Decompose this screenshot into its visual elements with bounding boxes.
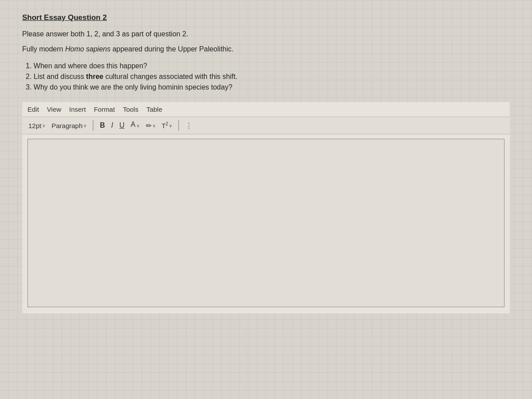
bold-icon: B [100, 121, 105, 129]
highlight-chevron: ∨ [153, 123, 156, 128]
intro-text: Fully modern Homo sapiens appeared durin… [22, 45, 510, 53]
page-container: Short Essay Question 2 Please answer bot… [22, 13, 510, 313]
intro-italic: Homo sapiens [65, 45, 110, 53]
editor-toolbar: 12pt ∨ Paragraph ∨ B I U A ∨ ✏ [22, 117, 510, 134]
menu-edit[interactable]: Edit [27, 106, 39, 113]
q3-number: 3. [26, 83, 31, 91]
highlight-icon: ✏ [146, 121, 152, 130]
list-item: 2. List and discuss three cultural chang… [26, 73, 510, 81]
intro-prefix: Fully modern [22, 45, 65, 53]
editor-menubar: Edit View Insert Format Tools Table [22, 102, 510, 117]
q1-text: When and where does this happen? [31, 62, 147, 70]
list-item: 1. When and where does this happen? [26, 62, 510, 70]
questions-list: 1. When and where does this happen? 2. L… [22, 62, 510, 91]
underline-icon: U [119, 121, 125, 129]
italic-icon: I [111, 121, 113, 129]
font-color-button[interactable]: A ∨ [129, 120, 141, 131]
more-options-icon: ⋮ [185, 121, 193, 130]
q2-number: 2. [26, 73, 31, 80]
highlight-button[interactable]: ✏ ∨ [144, 121, 157, 131]
paragraph-style-selector[interactable]: Paragraph ∨ [50, 121, 88, 130]
q2-prefix: List and discuss [31, 73, 86, 80]
q1-number: 1. [26, 62, 31, 70]
font-color-chevron: ∨ [137, 123, 140, 128]
font-size-chevron: ∨ [42, 123, 45, 128]
text-area-wrapper [22, 134, 510, 313]
menu-insert[interactable]: Insert [69, 106, 86, 113]
font-size-label: 12pt [28, 122, 41, 129]
paragraph-chevron: ∨ [83, 123, 86, 128]
superscript-chevron: ∨ [169, 123, 172, 128]
q2-bold: three [86, 73, 103, 80]
underline-button[interactable]: U [117, 121, 126, 130]
superscript-label: T2 [162, 121, 168, 129]
q3-text: Why do you think we are the only living … [31, 83, 232, 91]
menu-tools[interactable]: Tools [123, 106, 138, 113]
intro-suffix: appeared during the Upper Paleolithic. [110, 45, 234, 53]
paragraph-label: Paragraph [51, 122, 82, 129]
q2-suffix: cultural changes associated with this sh… [103, 73, 237, 80]
italic-button[interactable]: I [110, 121, 115, 130]
editor-container: Edit View Insert Format Tools Table 12pt… [22, 102, 510, 313]
list-item: 3. Why do you think we are the only livi… [26, 83, 510, 91]
font-color-label: A [131, 121, 136, 130]
question-title: Short Essay Question 2 [22, 13, 510, 22]
menu-view[interactable]: View [47, 106, 61, 113]
answer-textarea[interactable] [27, 139, 505, 307]
menu-format[interactable]: Format [94, 106, 115, 113]
instruction-text: Please answer both 1, 2, and 3 as part o… [22, 30, 510, 38]
toolbar-separator-1 [93, 120, 94, 131]
bold-button[interactable]: B [98, 121, 107, 130]
toolbar-separator-2 [178, 120, 179, 131]
superscript-button[interactable]: T2 ∨ [160, 121, 174, 130]
more-options-button[interactable]: ⋮ [184, 121, 195, 131]
menu-table[interactable]: Table [146, 106, 162, 113]
font-size-selector[interactable]: 12pt ∨ [27, 121, 47, 130]
